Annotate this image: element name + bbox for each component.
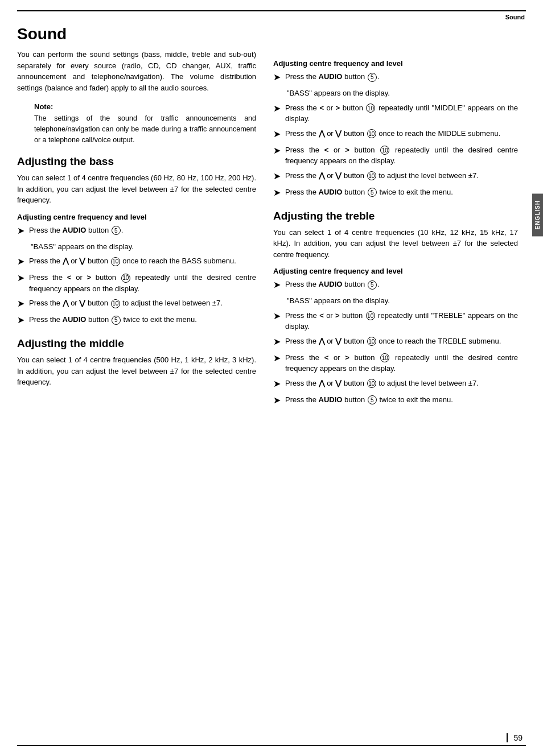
left-column: Sound You can perform the sound settings… xyxy=(17,25,256,412)
list-item: ➤ Press the AUDIO button 5. xyxy=(273,71,518,84)
circle-10: 10 xyxy=(367,379,376,388)
circle-10: 10 xyxy=(111,257,120,266)
circle-5: 5 xyxy=(368,395,377,404)
page-title: Sound xyxy=(17,25,256,43)
arrow-icon: ➤ xyxy=(17,313,24,327)
treble-bullet-list: ➤ Press the AUDIO button 5. "BASS" appea… xyxy=(273,279,518,407)
top-label: Sound xyxy=(0,14,543,20)
circle-10: 10 xyxy=(367,171,376,180)
list-item: "BASS" appears on the display. xyxy=(287,88,518,99)
treble-intro: You can select 1 of 4 centre frequencies… xyxy=(273,227,518,261)
list-item: ➤ Press the AUDIO button 5. xyxy=(273,279,518,292)
bullet-text: Press the AUDIO button 5 twice to exit t… xyxy=(285,187,518,198)
arrow-icon: ➤ xyxy=(273,377,281,391)
arrow-icon: ➤ xyxy=(273,170,281,183)
bullet-text: Press the ⋀ or ⋁ button 10 to adjust the… xyxy=(285,378,518,389)
bullet-text: Press the ⋀ or ⋁ button 10 once to reach… xyxy=(29,255,256,267)
list-item: ➤ Press the ⋀ or ⋁ button 10 once to rea… xyxy=(273,128,518,141)
circle-10: 10 xyxy=(111,299,120,308)
bass-subsection-title: Adjusting centre frequency and level xyxy=(17,213,256,221)
circle-5: 5 xyxy=(112,316,121,325)
section-label: Sound xyxy=(505,14,525,20)
arrow-icon: ➤ xyxy=(17,255,24,268)
page-number-area: 59 xyxy=(507,733,523,742)
circle-5: 5 xyxy=(112,226,121,235)
arrow-icon: ➤ xyxy=(273,102,281,115)
list-item: ➤ Press the ⋀ or ⋁ button 10 once to rea… xyxy=(17,255,256,268)
bullet-text: Press the AUDIO button 5. xyxy=(29,225,256,236)
list-item: ➤ Press the < or > button 10 repeatedly … xyxy=(273,144,518,167)
arrow-icon: ➤ xyxy=(273,352,281,365)
note-label: Note: xyxy=(34,102,256,111)
intro-text: You can perform the sound settings (bass… xyxy=(17,49,256,93)
list-item: "BASS" appears on the display. xyxy=(287,295,518,307)
treble-section-title: Adjusting the treble xyxy=(273,210,518,222)
circle-10: 10 xyxy=(367,337,376,346)
note-text: The settings of the sound for traffic an… xyxy=(34,113,256,145)
arrow-icon: ➤ xyxy=(273,309,281,323)
arrow-icon: ➤ xyxy=(273,394,281,407)
list-item: ➤ Press the AUDIO button 5 twice to exit… xyxy=(273,187,518,200)
list-item: ➤ Press the AUDIO button 5 twice to exit… xyxy=(17,314,256,327)
right-subsection-title: Adjusting centre frequency and level xyxy=(273,59,518,68)
list-item: ➤ Press the ⋀ or ⋁ button 10 to adjust t… xyxy=(273,170,518,183)
bullet-text: Press the AUDIO button 5 twice to exit t… xyxy=(29,314,256,325)
circle-10: 10 xyxy=(121,274,130,283)
list-item: "BASS" appears on the display. xyxy=(31,241,256,253)
treble-subsection-title: Adjusting centre frequency and level xyxy=(273,267,518,275)
bullet-text: Press the ⋀ or ⋁ button 10 once to reach… xyxy=(285,128,518,139)
middle-intro: You can select 1 of 4 centre frequencies… xyxy=(17,354,256,388)
middle-bullet-list: ➤ Press the AUDIO button 5. "BASS" appea… xyxy=(273,71,518,200)
list-item: ➤ Press the AUDIO button 5 twice to exit… xyxy=(273,394,518,407)
middle-section-title: Adjusting the middle xyxy=(17,337,256,350)
arrow-icon: ➤ xyxy=(273,278,281,292)
bullet-text: Press the < or > button 10 repeatedly un… xyxy=(285,310,518,332)
list-item: ➤ Press the ⋀ or ⋁ button 10 to adjust t… xyxy=(17,298,256,311)
bullet-text: Press the ⋀ or ⋁ button 10 to adjust the… xyxy=(29,298,256,309)
circle-10: 10 xyxy=(367,129,376,138)
bullet-text: Press the AUDIO button 5. xyxy=(285,279,518,290)
note-box: Note: The settings of the sound for traf… xyxy=(34,102,256,145)
bullet-text: Press the ⋀ or ⋁ button 10 once to reach… xyxy=(285,336,518,347)
bass-intro: You can select 1 of 4 centre frequencies… xyxy=(17,172,256,206)
circle-10: 10 xyxy=(380,146,389,155)
arrow-icon: ➤ xyxy=(273,71,281,84)
circle-10: 10 xyxy=(366,104,375,113)
list-item: ➤ Press the < or > button 10 repeatedly … xyxy=(273,310,518,332)
list-item: ➤ Press the < or > button 10 repeatedly … xyxy=(273,352,518,374)
circle-10: 10 xyxy=(380,353,389,362)
list-item: ➤ Press the ⋀ or ⋁ button 10 to adjust t… xyxy=(273,378,518,391)
list-item: ➤ Press the ⋀ or ⋁ button 10 once to rea… xyxy=(273,336,518,349)
bullet-text: Press the < or > button 10 repeatedly un… xyxy=(285,144,518,167)
arrow-icon: ➤ xyxy=(273,127,281,141)
circle-5: 5 xyxy=(368,73,377,82)
list-item: ➤ Press the < or > button 10 repeatedly … xyxy=(17,272,256,294)
content-area: Sound You can perform the sound settings… xyxy=(0,25,543,412)
bullet-text: Press the < or > button 10 repeatedly un… xyxy=(285,352,518,374)
bullet-text: Press the < or > button 10 repeatedly un… xyxy=(29,272,256,294)
arrow-icon: ➤ xyxy=(17,224,24,238)
arrow-icon: ➤ xyxy=(273,186,281,200)
language-tab: ENGLISH xyxy=(532,193,543,236)
page-number: 59 xyxy=(507,733,523,742)
bullet-text: Press the ⋀ or ⋁ button 10 to adjust the… xyxy=(285,170,518,181)
bottom-border xyxy=(17,745,526,746)
bass-section-title: Adjusting the bass xyxy=(17,155,256,168)
circle-10: 10 xyxy=(366,311,375,320)
list-item: ➤ Press the AUDIO button 5. xyxy=(17,225,256,238)
bullet-text: Press the < or > button 10 repeatedly un… xyxy=(285,102,518,125)
arrow-icon: ➤ xyxy=(273,335,281,349)
right-column: Adjusting centre frequency and level ➤ P… xyxy=(273,25,518,412)
list-item: ➤ Press the < or > button 10 repeatedly … xyxy=(273,102,518,125)
arrow-icon: ➤ xyxy=(17,297,24,311)
arrow-icon: ➤ xyxy=(273,144,281,158)
top-border xyxy=(17,10,526,11)
bullet-text: Press the AUDIO button 5 twice to exit t… xyxy=(285,394,518,406)
circle-5: 5 xyxy=(368,188,377,197)
arrow-icon: ➤ xyxy=(17,271,24,285)
circle-5: 5 xyxy=(368,280,377,290)
bullet-text: Press the AUDIO button 5. xyxy=(285,71,518,82)
bass-bullet-list: ➤ Press the AUDIO button 5. "BASS" appea… xyxy=(17,225,256,328)
page-container: Sound ENGLISH Sound You can perform the … xyxy=(0,0,543,756)
